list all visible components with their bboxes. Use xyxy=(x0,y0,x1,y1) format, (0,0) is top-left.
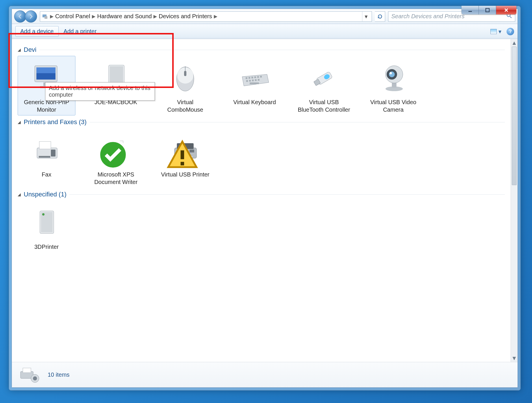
warning-badge-icon xyxy=(166,139,198,171)
breadcrumb-seg-2[interactable]: Devices and Printers xyxy=(159,13,212,20)
device-label: 3DPrinter xyxy=(20,243,73,251)
svg-rect-51 xyxy=(181,162,184,165)
printer-item[interactable]: Microsoft XPS Document Writer xyxy=(87,128,145,188)
address-bar: ▶ Control Panel ▶ Hardware and Sound ▶ D… xyxy=(12,9,518,24)
chevron-down-icon: ▾ xyxy=(498,28,501,35)
breadcrumb-dropdown[interactable]: ▾ xyxy=(362,12,370,21)
device-label: Virtual ComboMouse xyxy=(158,98,212,113)
scroll-up-button[interactable]: ▲ xyxy=(511,39,518,47)
svg-rect-19 xyxy=(254,76,256,78)
printer-label: Fax xyxy=(20,171,73,178)
svg-point-35 xyxy=(389,71,395,77)
collapse-icon: ◢ xyxy=(18,120,21,124)
forward-button[interactable] xyxy=(25,10,37,23)
svg-rect-15 xyxy=(184,71,186,76)
printers-items: Fax Microsoft XPS Document Writer xyxy=(18,128,505,188)
device-item[interactable]: Virtual USB BlueTooth Controller xyxy=(295,56,353,115)
svg-point-54 xyxy=(42,213,45,216)
svg-rect-38 xyxy=(39,141,51,149)
status-devices-icon xyxy=(19,366,42,384)
printer-label: Microsoft XPS Document Writer xyxy=(89,171,143,186)
svg-rect-27 xyxy=(250,82,259,84)
mouse-icon xyxy=(158,58,212,98)
svg-point-58 xyxy=(33,376,37,380)
group-header-printers[interactable]: ◢ Printers and Faxes (3) xyxy=(18,118,505,126)
group-header-devices[interactable]: ◢ Devi xyxy=(18,46,505,54)
printer-item[interactable]: Fax xyxy=(18,128,75,188)
scroll-thumb[interactable] xyxy=(512,47,517,185)
default-check-badge-icon xyxy=(97,139,129,171)
tooltip: Add a wireless or network device to this… xyxy=(45,82,155,101)
svg-rect-16 xyxy=(246,77,247,79)
device-item[interactable]: Virtual USB Video Camera xyxy=(364,56,422,115)
refresh-icon xyxy=(377,14,383,19)
breadcrumb[interactable]: ▶ Control Panel ▶ Hardware and Sound ▶ D… xyxy=(40,11,372,22)
device-item[interactable]: 3DPrinter xyxy=(18,200,75,253)
breadcrumb-seg-0[interactable]: Control Panel xyxy=(55,13,90,20)
svg-rect-50 xyxy=(181,150,184,159)
device-label: Virtual USB BlueTooth Controller xyxy=(297,98,351,113)
help-button[interactable]: ? xyxy=(507,28,514,35)
help-icon: ? xyxy=(509,29,512,34)
collapse-icon: ◢ xyxy=(18,192,21,197)
scroll-down-button[interactable]: ▼ xyxy=(511,354,518,362)
content-area: ▲ ▼ Add a wireless or network device to … xyxy=(12,39,518,362)
group-title-printers: Printers and Faxes (3) xyxy=(24,118,87,126)
group-title-unspecified: Unspecified (1) xyxy=(24,191,66,198)
breadcrumb-seg-1[interactable]: Hardware and Sound xyxy=(97,13,152,20)
svg-rect-24 xyxy=(252,80,254,81)
svg-point-36 xyxy=(390,72,392,74)
arrow-left-icon xyxy=(17,14,23,19)
svg-rect-56 xyxy=(23,368,31,373)
fax-icon xyxy=(20,130,73,171)
keyboard-icon xyxy=(228,58,281,98)
search-placeholder: Search Devices and Printers xyxy=(391,13,464,20)
maximize-button[interactable] xyxy=(479,6,496,14)
add-printer-button[interactable]: Add a printer xyxy=(59,26,102,37)
printer-item[interactable]: Virtual USB Printer xyxy=(156,128,214,188)
devices-icon xyxy=(42,13,48,20)
svg-rect-40 xyxy=(39,156,50,158)
svg-rect-26 xyxy=(258,79,259,81)
minimize-button[interactable] xyxy=(461,6,479,14)
collapse-icon: ◢ xyxy=(18,47,21,52)
minimize-icon xyxy=(468,8,473,13)
chevron-right-icon: ▶ xyxy=(153,14,157,19)
svg-rect-21 xyxy=(260,76,262,78)
device-label: Virtual USB Video Camera xyxy=(366,98,420,113)
thumb-icon xyxy=(490,29,497,34)
view-options-button[interactable]: ▾ xyxy=(490,28,501,35)
chevron-right-icon: ▶ xyxy=(50,14,53,19)
svg-rect-7 xyxy=(36,67,55,73)
refresh-button[interactable] xyxy=(375,11,385,22)
window-controls xyxy=(461,6,516,14)
item-count-text: 10 items xyxy=(48,371,70,378)
back-button[interactable] xyxy=(14,10,26,23)
svg-rect-1 xyxy=(486,8,489,12)
drive-icon xyxy=(20,203,73,243)
scroll-track[interactable] xyxy=(511,47,518,354)
svg-rect-18 xyxy=(251,77,253,78)
svg-rect-17 xyxy=(249,77,250,79)
device-item[interactable]: Virtual Keyboard xyxy=(226,56,283,115)
svg-rect-39 xyxy=(51,150,55,157)
svg-rect-22 xyxy=(246,80,248,82)
webcam-icon xyxy=(366,58,420,98)
device-item[interactable]: Virtual ComboMouse xyxy=(156,56,214,115)
bluetooth-dongle-icon xyxy=(297,58,351,98)
command-toolbar: Add a device Add a printer ▾ ? xyxy=(12,24,518,39)
maximize-icon xyxy=(485,8,490,13)
vertical-scrollbar[interactable]: ▲ ▼ xyxy=(511,39,518,362)
printer-icon xyxy=(89,130,143,171)
svg-rect-20 xyxy=(257,76,259,78)
device-label: Virtual Keyboard xyxy=(228,98,281,106)
chevron-right-icon: ▶ xyxy=(92,14,95,19)
group-header-unspecified[interactable]: ◢ Unspecified (1) xyxy=(18,191,505,198)
svg-rect-3 xyxy=(45,16,47,19)
svg-rect-25 xyxy=(255,79,257,81)
close-button[interactable] xyxy=(496,6,516,14)
add-device-button[interactable]: Add a device xyxy=(15,26,59,37)
svg-rect-0 xyxy=(468,11,472,12)
close-icon xyxy=(504,8,509,13)
svg-rect-23 xyxy=(249,80,251,82)
